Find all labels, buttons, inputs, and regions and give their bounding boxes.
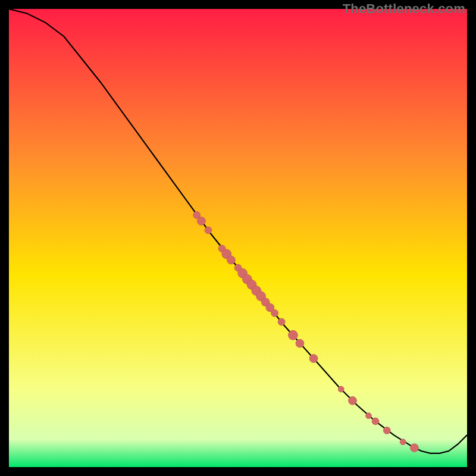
data-point	[338, 386, 344, 392]
data-point	[365, 413, 371, 419]
data-point	[309, 355, 318, 363]
data-point	[197, 217, 205, 226]
data-point	[372, 418, 379, 425]
watermark-text: TheBottleneck.com	[343, 1, 465, 17]
data-point	[296, 339, 304, 347]
data-point	[271, 309, 278, 317]
data-point	[205, 227, 212, 234]
data-point	[410, 444, 418, 452]
data-point	[383, 427, 390, 434]
data-point	[288, 330, 298, 340]
data-point	[400, 439, 406, 445]
data-point	[278, 318, 285, 325]
gradient-background	[9, 9, 467, 467]
chart-frame	[9, 9, 467, 467]
data-point	[349, 396, 357, 405]
data-point	[227, 256, 235, 264]
chart-svg	[9, 9, 467, 467]
